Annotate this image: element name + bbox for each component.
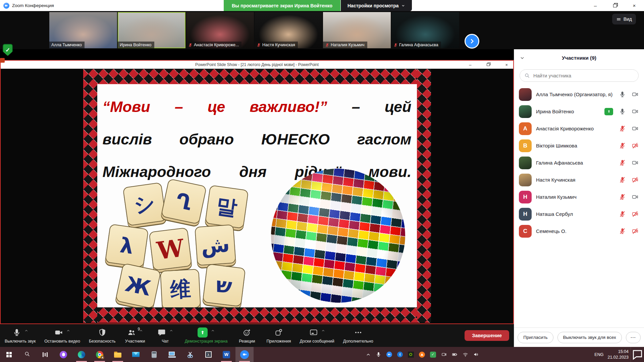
mic-status-icon	[619, 91, 626, 98]
participant-search-box[interactable]	[520, 69, 639, 82]
taskbar-3d-viewer-icon[interactable]: λ	[199, 347, 217, 362]
participant-row[interactable]: Настя Кучинская	[514, 171, 644, 188]
view-settings-label: Настройки просмотра	[347, 3, 398, 8]
participant-status-icons	[619, 210, 639, 218]
search-input[interactable]	[533, 73, 638, 79]
tray-item-hidden-icons[interactable]	[366, 352, 371, 357]
gallery-grid-icon	[616, 17, 621, 22]
toolbar-item-label: Реакции	[239, 339, 255, 344]
tray-item-avast[interactable]	[419, 352, 425, 358]
tray-item-battery[interactable]	[452, 352, 458, 357]
toolbar-smile-button[interactable]: Реакции	[236, 327, 258, 344]
wifi-icon	[463, 352, 468, 357]
next-videos-button[interactable]	[465, 34, 479, 49]
caret-up-icon[interactable]	[169, 329, 173, 333]
tray-item-wifi[interactable]	[463, 352, 468, 357]
taskbar-task-view-icon[interactable]	[36, 347, 54, 362]
mic-muted-icon	[188, 43, 193, 47]
taskbar-start-icon[interactable]	[0, 347, 18, 362]
participant-avatar: В	[519, 139, 532, 152]
video-tile[interactable]: Алла Тымченко	[49, 12, 117, 48]
participant-avatar	[519, 157, 532, 169]
tray-item-nvidia[interactable]	[408, 352, 414, 358]
embroidery-border-right	[417, 69, 431, 323]
windows-taskbar: A λ W ✓ ENG 15:04 2	[0, 347, 644, 362]
mute-all-button[interactable]: Выключить звук для всех	[557, 332, 622, 343]
invite-button[interactable]: Пригласить	[518, 332, 553, 343]
video-tile-name-label: Ирина Войтенко	[118, 42, 154, 48]
participant-name: Настя Кучинская	[536, 177, 614, 183]
participant-row[interactable]: Н Наталия Кузьмич	[514, 188, 644, 205]
taskbar-zoom-icon[interactable]	[235, 347, 254, 362]
close-button[interactable]: ×	[625, 0, 644, 11]
bluetooth-icon	[397, 352, 403, 357]
camera-status-icon	[632, 91, 639, 98]
participant-row[interactable]: Галина Афанасьєва	[514, 154, 644, 171]
pp-minimize-button[interactable]: –	[469, 63, 471, 67]
mic-status-icon	[619, 193, 626, 200]
taskbar-search-icon[interactable]	[18, 347, 36, 362]
pp-restore-button[interactable]	[487, 63, 490, 66]
camera-status-icon	[632, 193, 639, 200]
participant-row[interactable]: Алла Тымченко (Организатор, я)	[514, 86, 644, 103]
toolbar-share-button[interactable]: Демонстрация экрана	[185, 327, 228, 344]
video-tile[interactable]: Наталия Кузьмич	[323, 12, 391, 48]
tray-item-timer[interactable]: ✓	[430, 352, 436, 358]
tray-item-zoom[interactable]	[386, 352, 392, 357]
toolbar-apps-button[interactable]: Приложения	[266, 327, 291, 344]
participant-row[interactable]: Ирина Войтенко	[514, 103, 644, 120]
caret-up-icon[interactable]	[321, 329, 325, 333]
toolbar-chat-button[interactable]: Чат	[155, 327, 176, 344]
end-meeting-button[interactable]: Завершение	[465, 330, 509, 341]
tray-item-microphone[interactable]	[376, 352, 381, 357]
participant-row[interactable]: Н Наташа Сербул	[514, 205, 644, 223]
view-button[interactable]: Вид	[612, 14, 636, 24]
toolbar-cam-button[interactable]: Остановить видео	[44, 327, 80, 344]
participants-panel: Участники (9) Алла Тымченко (Организатор…	[514, 49, 644, 347]
taskbar-explorer-icon[interactable]	[109, 347, 127, 362]
taskbar-word-icon[interactable]: W	[217, 347, 235, 362]
taskbar-chrome-icon[interactable]: A	[91, 347, 109, 362]
restore-button[interactable]	[605, 0, 625, 11]
toolbar-mic-button[interactable]: Выключить звук	[5, 327, 36, 344]
caret-up-icon[interactable]	[24, 329, 28, 333]
mic-status-icon	[619, 159, 626, 166]
participants-header: Участники (9)	[514, 49, 644, 67]
taskbar-devices-icon[interactable]	[163, 347, 181, 362]
toolbar-people-button[interactable]: 9 Участники	[124, 327, 146, 344]
tray-zoom-icon	[386, 352, 392, 357]
view-settings-dropdown[interactable]: Настройки просмотра	[341, 0, 412, 11]
participant-row[interactable]: А Анастасія Кривороженко	[514, 120, 644, 137]
toolbar-board-button[interactable]: Доски сообщений	[300, 327, 334, 344]
slide-line-2: вислів обрано ЮНЕСКО гаслом	[103, 123, 412, 156]
taskbar-snipping-tool-icon[interactable]	[181, 347, 199, 362]
toolbar-item-label: Выключить звук	[5, 339, 36, 344]
camera-status-icon	[632, 125, 639, 132]
video-tile[interactable]: Ирина Войтенко	[118, 12, 185, 48]
minimize-button[interactable]: –	[586, 0, 605, 11]
language-tile: 维	[160, 269, 201, 307]
caret-up-icon[interactable]	[66, 329, 70, 333]
video-tile[interactable]: Анастасія Кривороже...	[186, 12, 254, 48]
action-center-button[interactable]	[631, 347, 644, 362]
tray-item-volume[interactable]	[473, 352, 479, 357]
chevron-right-icon	[469, 38, 475, 45]
participant-row[interactable]: В Вікторія Шимкова	[514, 137, 644, 154]
taskbar-egg-app-icon[interactable]	[54, 347, 72, 362]
tray-item-bluetooth[interactable]	[397, 352, 403, 357]
participant-row[interactable]: С Семенець О.	[514, 223, 644, 240]
video-tile[interactable]: Настя Кучинская	[255, 12, 322, 48]
chevron-down-icon[interactable]	[520, 55, 525, 61]
taskbar-edge-icon[interactable]	[72, 347, 91, 362]
taskbar-calculator-icon[interactable]	[145, 347, 163, 362]
video-tile[interactable]: Галина Афанасьєва	[391, 12, 459, 48]
toolbar-shield-button[interactable]: Безопасность	[89, 327, 116, 344]
video-tile-name-label: Настя Кучинская	[255, 42, 298, 48]
language-indicator[interactable]: ENG	[594, 352, 603, 357]
pp-close-button[interactable]: ×	[505, 63, 508, 67]
taskbar-clock[interactable]: 15:04 21.02.2023	[606, 349, 630, 360]
tray-item-camera[interactable]	[441, 352, 447, 357]
taskbar-mail-icon[interactable]	[127, 347, 145, 362]
caret-up-icon[interactable]	[211, 329, 215, 333]
toolbar-dots-button[interactable]: Дополнительно	[343, 327, 373, 344]
